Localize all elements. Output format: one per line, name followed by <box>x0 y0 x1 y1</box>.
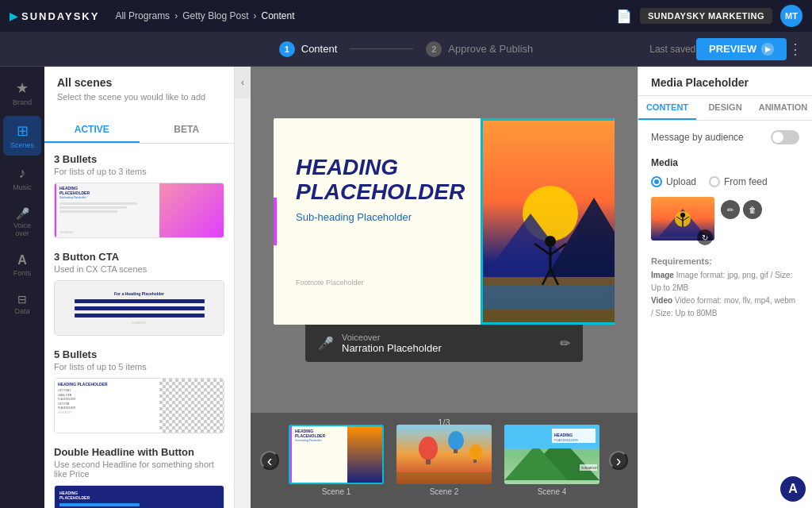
sidebar-item-data[interactable]: ⊟ Data <box>3 287 41 321</box>
scene-thumbnail-3bullets: HEADINGPLACEHOLDER Sub-heading Placehold… <box>54 183 224 238</box>
scene-thumbnail-double: HEADINGPLACEHOLDER HEADING PLACEHOLDER S… <box>54 485 224 508</box>
progress-step-1[interactable]: 1 Content <box>279 41 338 57</box>
tab-animation[interactable]: ANIMATION <box>754 96 812 120</box>
main-content: ★ Brand ⊞ Scenes ♪ Music 🎤 Voice over A … <box>0 67 812 508</box>
voiceover-edit-button[interactable]: ✏ <box>560 336 570 351</box>
scene-item-title: Double Headline with Button <box>54 446 224 458</box>
scene-item-3cta[interactable]: 3 Button CTA Used in CX CTA scenes For a… <box>54 251 224 336</box>
scene-panel: All scenes Select the scene you would li… <box>44 67 235 508</box>
svg-point-13 <box>419 437 438 460</box>
sidebar-item-music[interactable]: ♪ Music <box>3 159 41 198</box>
media-preview-container: ↻ <box>651 197 714 247</box>
play-icon: ▶ <box>761 43 774 56</box>
collapse-panel-button[interactable]: ‹ <box>235 67 251 98</box>
media-icon-buttons: ✏ 🗑 <box>721 200 762 219</box>
voiceover-label: Voiceover <box>342 333 442 342</box>
upload-label: Upload <box>666 176 696 187</box>
breadcrumb-item-2[interactable]: Getty Blog Post <box>182 10 248 21</box>
top-navigation: ▶ SUNDAYSKY All Programs › Getty Blog Po… <box>0 0 812 32</box>
sidebar-item-brand[interactable]: ★ Brand <box>3 73 41 113</box>
upload-radio[interactable] <box>651 176 662 187</box>
svg-point-15 <box>448 431 464 450</box>
right-panel: Media Placeholder CONTENT DESIGN ANIMATI… <box>638 67 812 508</box>
slide-left: HEADING PLACEHOLDER Sub-heading Placehol… <box>274 118 481 325</box>
filmstrip-scene-1[interactable]: HEADINGPLACEHOLDER Sub-heading Placehold… <box>289 425 384 496</box>
scene-item-double[interactable]: Double Headline with Button Use second H… <box>54 446 224 508</box>
scene-item-5bullets[interactable]: 5 Bullets For lists of up to 5 items HEA… <box>54 348 224 433</box>
slide-accent <box>274 198 277 245</box>
scene-panel-title: All scenes <box>57 76 221 89</box>
scene-item-title: 5 Bullets <box>54 348 224 360</box>
svg-rect-14 <box>426 460 431 464</box>
sidebar-item-scenes[interactable]: ⊞ Scenes <box>3 116 41 156</box>
filmstrip-next-button[interactable]: › <box>609 451 628 470</box>
slide-image-svg <box>483 121 615 322</box>
toggle-knob <box>772 132 783 143</box>
svg-text:SUNDAYSKY: SUNDAYSKY <box>581 467 599 470</box>
alight-motion-logo: A <box>780 476 806 502</box>
org-badge: SUNDAYSKY MARKETING <box>640 8 772 24</box>
edit-media-button[interactable]: ✏ <box>721 200 740 219</box>
filmstrip-scene-4[interactable]: HEADING PLACEHOLDER SUNDAYSKY Scene 4 <box>504 425 599 496</box>
svg-rect-5 <box>483 285 615 309</box>
step1-circle: 1 <box>279 41 295 57</box>
canvas-area: HEADING PLACEHOLDER Sub-heading Placehol… <box>251 67 638 508</box>
step-connector <box>350 48 413 49</box>
requirements-section: Requirements: Image Image format: jpg, p… <box>651 256 799 320</box>
scene-item-title: 3 Button CTA <box>54 251 224 263</box>
scenes-icon: ⊞ <box>17 122 29 140</box>
filmstrip-scene-2[interactable]: Scene 2 <box>396 425 492 496</box>
scene-item-title: 3 Bullets <box>54 153 224 165</box>
scene-thumbnail-3cta: For a Heading Placeholder SUNDAYSKY <box>54 280 224 336</box>
tab-design[interactable]: DESIGN <box>696 96 754 120</box>
svg-rect-16 <box>454 449 458 453</box>
tab-content[interactable]: CONTENT <box>638 96 696 120</box>
kebab-menu[interactable]: ⋮ <box>788 40 802 58</box>
tab-active[interactable]: ACTIVE <box>44 117 140 143</box>
media-actions: ↻ <box>697 229 713 245</box>
progress-step-2[interactable]: 2 Approve & Publish <box>426 41 533 57</box>
sidebar-item-voiceover[interactable]: 🎤 Voice over <box>3 201 41 244</box>
media-row: ↻ ✏ 🗑 <box>651 197 799 247</box>
filmstrip-prev-button[interactable]: ‹ <box>260 451 279 470</box>
scene-thumbnail-5bullets: HEADING PLACEHOLDER LIST ITEM 1 LABEL IT… <box>54 378 224 433</box>
breadcrumb-item-1[interactable]: All Programs <box>115 10 170 21</box>
upload-option[interactable]: Upload <box>651 176 696 187</box>
from-feed-option[interactable]: From feed <box>709 176 768 187</box>
right-panel-tabs: CONTENT DESIGN ANIMATION <box>638 96 812 121</box>
slide-footnote: Footnote Placeholder <box>296 263 465 287</box>
right-panel-content: Message by audience Media Upload From fe… <box>638 121 812 508</box>
scene-item-3bullets[interactable]: 3 Bullets For lists of up to 3 items HEA… <box>54 153 224 238</box>
canvas-slide: HEADING PLACEHOLDER Sub-heading Placehol… <box>274 118 615 325</box>
step1-label: Content <box>301 43 338 55</box>
canvas-main: HEADING PLACEHOLDER Sub-heading Placehol… <box>251 67 638 413</box>
film-thumb-1: HEADINGPLACEHOLDER Sub-heading Placehold… <box>289 425 384 484</box>
sidebar-item-fonts[interactable]: A Fonts <box>3 247 41 283</box>
slide-right[interactable] <box>481 118 615 325</box>
filmstrip: 1/3 ‹ HEADINGPLACEHOLDER Sub-heading Pla… <box>251 413 638 508</box>
preview-button[interactable]: PREVIEW ▶ <box>696 38 787 60</box>
tab-beta[interactable]: BETA <box>140 117 235 143</box>
from-feed-radio[interactable] <box>709 176 720 187</box>
scene-tabs: ACTIVE BETA <box>44 117 234 144</box>
brand-icon: ★ <box>16 79 29 97</box>
delete-media-button[interactable]: 🗑 <box>743 200 762 219</box>
voiceover-wrapper: 🎤 Voiceover Narration Placeholder ✏ <box>274 325 615 362</box>
refresh-media-button[interactable]: ↻ <box>697 229 713 245</box>
microphone-icon: 🎤 <box>318 336 334 351</box>
svg-rect-19 <box>396 472 492 484</box>
top-nav-right: 📄 SUNDAYSKY MARKETING MT <box>616 5 802 27</box>
message-by-audience-toggle[interactable] <box>771 130 799 144</box>
toggle-label: Message by audience <box>651 132 744 143</box>
breadcrumb-current: Content <box>262 10 295 21</box>
svg-point-32 <box>680 213 685 217</box>
film-scene-1-label: Scene 1 <box>322 487 351 496</box>
film-scene-2-label: Scene 2 <box>430 487 459 496</box>
voiceover-icon: 🎤 <box>16 207 29 220</box>
film-scene-4-label: Scene 4 <box>538 487 567 496</box>
scene-list: 3 Bullets For lists of up to 3 items HEA… <box>44 144 234 508</box>
scene-item-desc: Used in CX CTA scenes <box>54 264 224 274</box>
media-section-label: Media <box>651 157 799 168</box>
doc-icon[interactable]: 📄 <box>616 9 632 24</box>
canvas-wrapper: HEADING PLACEHOLDER Sub-heading Placehol… <box>251 118 638 362</box>
